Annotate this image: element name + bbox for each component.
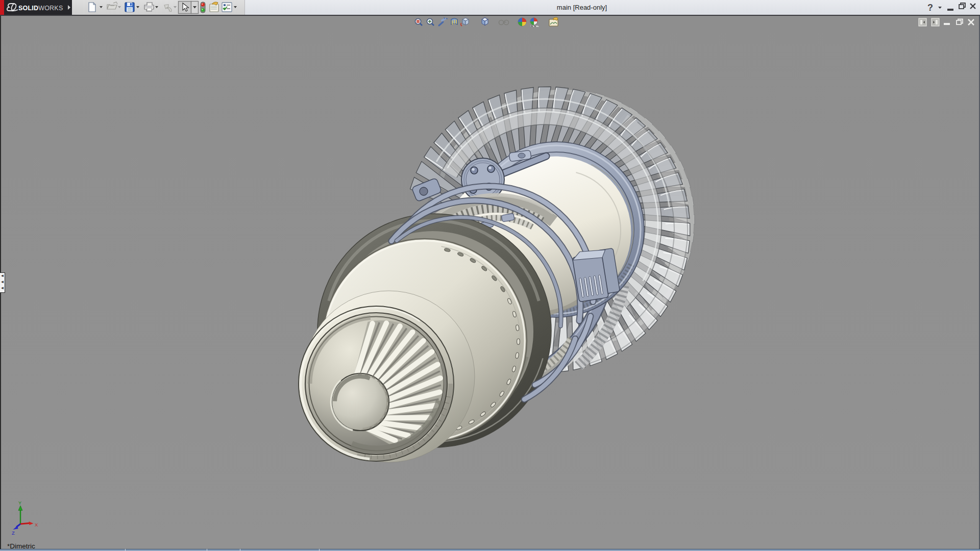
svg-text:Z: Z <box>12 530 15 536</box>
svg-text:?: ? <box>927 3 933 13</box>
svg-text:Y: Y <box>18 500 21 506</box>
svg-text:X: X <box>35 522 38 528</box>
